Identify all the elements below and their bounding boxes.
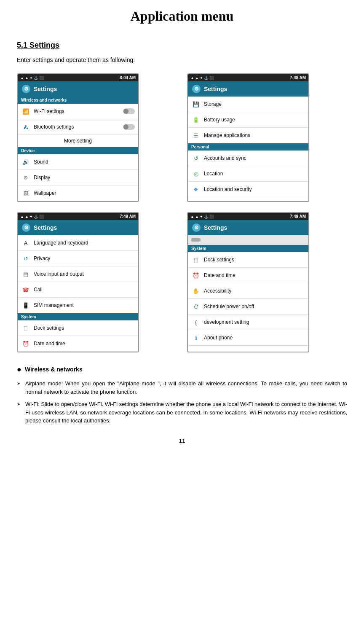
- page-number: 11: [17, 438, 347, 444]
- voice-icon: ▤: [21, 269, 30, 279]
- screen4-accessibility-item[interactable]: ✋ Accessibility: [188, 283, 308, 299]
- wifi-toggle[interactable]: [123, 108, 135, 114]
- screen3-sim-label: SIM management: [34, 302, 74, 308]
- screen4-top-icon: [191, 238, 201, 242]
- dock-icon: ⎕: [21, 323, 30, 333]
- screen3-privacy-label: Privacy: [34, 255, 50, 261]
- screen4: ▲ ▲ ✦ ⚓ ⬛ 7:49 AM ⚙ Settings System ⎕ Do…: [187, 212, 309, 352]
- screen1-gear-icon: ⚙: [22, 85, 30, 93]
- screen1-status-bar: ▲ ▲ ✦ ⚓ ⬛ 8:04 AM: [18, 74, 138, 81]
- bullet-section: ● Wireless & networks Airplane mode: Whe…: [17, 366, 347, 425]
- s4-signal2-icon: ✦: [200, 215, 203, 219]
- bullet-item-wifi: Wi-Fi: Slide to open/close Wi-Fi. Wi-Fi …: [17, 400, 347, 425]
- screen4-about-item[interactable]: ℹ About phone: [188, 330, 308, 346]
- screen4-dev-label: development setting: [204, 319, 249, 325]
- screen3-language-item[interactable]: A Language and keyboard: [18, 235, 138, 251]
- screen4-schedule-label: Schedule power on/off: [204, 304, 254, 309]
- screen3-status-bar: ▲ ▲ ✦ ⚓ ⬛ 7:49 AM: [18, 213, 138, 220]
- bluetooth-toggle[interactable]: [123, 124, 135, 130]
- screen2-accounts-item[interactable]: ↺ Accounts and sync: [188, 151, 308, 166]
- screen4-datetime-label: Date and time: [204, 272, 236, 278]
- privacy-icon: ↺: [21, 254, 30, 263]
- screen3-voice-item[interactable]: ▤ Voice input and output: [18, 266, 138, 282]
- s2-signal2-icon: ✦: [200, 76, 203, 80]
- screen4-datetime-item[interactable]: ⏰ Date and time: [188, 268, 308, 283]
- bullet-dot: ●: [17, 365, 21, 374]
- bluetooth-icon: ⮙: [21, 122, 30, 132]
- notification-icon: ▲: [20, 76, 24, 80]
- screen1-more-item[interactable]: More setting: [18, 135, 138, 147]
- screen3: ▲ ▲ ✦ ⚓ ⬛ 7:49 AM ⚙ Settings A Language …: [17, 212, 139, 352]
- s2-notif-icon: ▲: [190, 76, 194, 80]
- screen1-bluetooth-label: Bluetooth settings: [34, 124, 74, 130]
- s4-sim-icon: ⬛: [209, 215, 214, 219]
- screen1-settings-header: ⚙ Settings: [18, 81, 138, 97]
- s4-notif-icon: ▲: [190, 215, 194, 219]
- screen1-display-label: Display: [34, 175, 50, 180]
- dev-settings-icon: {: [191, 317, 201, 327]
- screen2-apps-item[interactable]: ☰ Manage applications: [188, 128, 308, 143]
- s2-sim-icon: ⬛: [209, 76, 214, 80]
- screen1-sound-item[interactable]: 🔊 Sound: [18, 154, 138, 170]
- screen1-wifi-label: Wi-Fi settings: [34, 108, 64, 114]
- screen4-schedule-item[interactable]: ⏱ Schedule power on/off: [188, 299, 308, 315]
- phone-grid: ▲ ▲ ✦ ⚓ ⬛ 8:04 AM ⚙ Settings Wireless an…: [17, 73, 347, 352]
- schedule-icon: ⏱: [191, 302, 201, 311]
- screen1-status-icons: ▲ ▲ ✦ ⚓ ⬛: [20, 76, 44, 80]
- screen2-battery-item[interactable]: 🔋 Battery usage: [188, 112, 308, 128]
- screen2: ▲ ▲ ✦ ⚓ ⬛ 7:48 AM ⚙ Settings 💾 Storage 🔋…: [187, 73, 309, 202]
- wallpaper-icon: 🖼: [21, 188, 30, 198]
- screen1-wallpaper-item[interactable]: 🖼 Wallpaper: [18, 185, 138, 201]
- screen1-wallpaper-label: Wallpaper: [34, 190, 56, 196]
- accessibility-icon: ✋: [191, 286, 201, 296]
- screen4-status-icons: ▲ ▲ ✦ ⚓ ⬛: [190, 215, 214, 219]
- screen3-sim-item[interactable]: 📱 SIM management: [18, 298, 138, 313]
- screen4-dev-item[interactable]: { development setting: [188, 315, 308, 330]
- signal-icon: ▲: [25, 76, 29, 80]
- screen3-system-label: System: [18, 313, 138, 320]
- screen1-wireless-label: Wireless and networks: [18, 97, 138, 104]
- screen3-call-item[interactable]: ☎ Call: [18, 282, 138, 298]
- display-icon: ⚙: [21, 173, 30, 182]
- screen3-settings-header: ⚙ Settings: [18, 220, 138, 235]
- screen2-locsec-label: Location and security: [204, 186, 252, 192]
- screen2-apps-label: Manage applications: [204, 132, 250, 138]
- location-security-icon: ❖: [191, 185, 201, 194]
- screen4-settings-header: ⚙ Settings: [188, 220, 308, 235]
- wifi-icon: 📶: [21, 107, 30, 116]
- s4-usb-icon: ⚓: [204, 215, 209, 219]
- screen4-dock-icon: ⎕: [191, 255, 201, 264]
- usb-icon: ⚓: [34, 76, 38, 80]
- s2-usb-icon: ⚓: [204, 76, 209, 80]
- screen2-location-label: Location: [204, 171, 223, 177]
- accounts-icon: ↺: [191, 153, 201, 163]
- screen1-display-item[interactable]: ⚙ Display: [18, 170, 138, 185]
- page-title: Application menu: [17, 8, 347, 24]
- screen2-location-item[interactable]: ◎ Location: [188, 166, 308, 182]
- screen3-dock-item[interactable]: ⎕ Dock settings: [18, 320, 138, 336]
- screen2-time: 7:48 AM: [290, 75, 306, 80]
- screen1-bluetooth-item[interactable]: ⮙ Bluetooth settings: [18, 119, 138, 135]
- screen2-status-bar: ▲ ▲ ✦ ⚓ ⬛ 7:48 AM: [188, 74, 308, 81]
- bullet-main-wireless: ● Wireless & networks: [17, 366, 347, 376]
- screen2-locsec-item[interactable]: ❖ Location and security: [188, 182, 308, 197]
- screen3-privacy-item[interactable]: ↺ Privacy: [18, 251, 138, 266]
- screen4-gear-icon: ⚙: [192, 223, 201, 232]
- screen2-personal-label: Personal: [188, 143, 308, 151]
- sim-mgmt-icon: 📱: [21, 301, 30, 310]
- s3-sim-icon: ⬛: [39, 215, 44, 219]
- screen4-settings-title: Settings: [204, 224, 227, 231]
- screen2-storage-label: Storage: [204, 101, 222, 107]
- screen4-dock-item[interactable]: ⎕ Dock settings: [188, 252, 308, 268]
- screen2-battery-label: Battery usage: [204, 117, 235, 123]
- screen3-datetime-item[interactable]: ⏰ Date and time: [18, 336, 138, 352]
- screen1-wifi-item[interactable]: 📶 Wi-Fi settings: [18, 104, 138, 119]
- screen3-settings-title: Settings: [34, 224, 57, 231]
- datetime-icon: ⏰: [21, 339, 30, 348]
- screen4-about-label: About phone: [204, 335, 233, 341]
- screen1: ▲ ▲ ✦ ⚓ ⬛ 8:04 AM ⚙ Settings Wireless an…: [17, 73, 139, 202]
- screen2-storage-item[interactable]: 💾 Storage: [188, 97, 308, 112]
- screen4-top-item[interactable]: [188, 235, 308, 245]
- s2-signal-icon: ▲: [195, 76, 199, 80]
- screen3-call-label: Call: [34, 287, 43, 293]
